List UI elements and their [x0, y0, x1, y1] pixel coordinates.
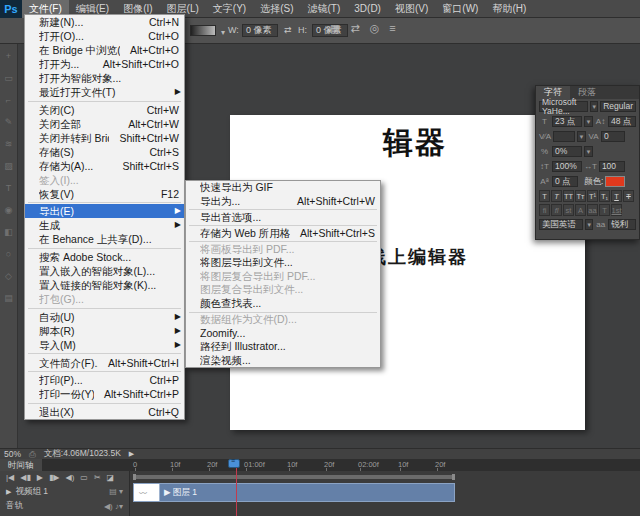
transport-button[interactable]: ◀) [66, 473, 75, 482]
export-menu-item[interactable]: 快速导出为 GIF [186, 181, 380, 195]
video-group-options-icons[interactable]: ▤ ▾ [109, 487, 123, 496]
menubar-item[interactable]: 滤镜(T) [301, 0, 348, 18]
file-menu-item[interactable]: 打开为...Alt+Shift+Ctrl+O [25, 57, 184, 71]
type-style-button[interactable]: T [539, 190, 550, 202]
leading-field[interactable]: 48 点 [608, 116, 636, 127]
tool-icon[interactable]: ▭ [4, 74, 13, 83]
transport-button[interactable]: |◀ [6, 473, 14, 482]
export-menu-item[interactable]: 存储为 Web 所用格式（旧版）...Alt+Shift+Ctrl+S [186, 227, 380, 241]
menubar-item[interactable]: 视图(V) [388, 0, 435, 18]
file-menu-item[interactable]: 搜索 Adobe Stock... [25, 250, 184, 264]
tool-icon[interactable]: ▨ [4, 162, 13, 171]
audio-track-row[interactable]: 音轨 ◀) ♪▾ [0, 500, 129, 512]
chevron-down-icon[interactable]: ▼ [584, 146, 593, 157]
chevron-down-icon[interactable]: ▼ [590, 101, 598, 112]
type-style-button[interactable]: T₁ [599, 190, 610, 202]
file-menu-item[interactable]: 退出(X)Ctrl+Q [25, 405, 184, 419]
timeline-clip[interactable]: ▶ 图层 1 [133, 483, 455, 502]
file-menu-item[interactable]: 恢复(V)F12 [25, 187, 184, 201]
transport-button[interactable]: ◀▮ [20, 473, 31, 482]
file-menu-item[interactable]: 导入(M)▶ [25, 338, 184, 352]
tool-icon[interactable]: ◇ [5, 272, 12, 281]
tool-icon[interactable]: ▤ [4, 294, 13, 303]
baseline-shift-field[interactable]: 0 点 [552, 176, 578, 187]
link-dimensions-icon[interactable]: ⇄ [284, 25, 292, 35]
file-menu-item[interactable]: 置入嵌入的智能对象(L)... [25, 264, 184, 278]
file-menu-item[interactable]: 存储(S)Ctrl+S [25, 145, 184, 159]
export-menu-item[interactable]: 导出首选项... [186, 211, 380, 225]
type-style-button[interactable]: TT [563, 190, 574, 202]
language-select[interactable]: 美国英语 [539, 219, 583, 230]
file-menu-item[interactable]: 在 Behance 上共享(D)... [25, 232, 184, 246]
chevron-down-icon[interactable]: ▼ [585, 219, 593, 230]
menubar-item[interactable]: 3D(D) [347, 0, 388, 18]
tool-icon[interactable]: ✎ [5, 118, 13, 127]
options-icon[interactable]: ▦ [330, 22, 340, 35]
export-menu-item[interactable]: 颜色查找表... [186, 297, 380, 311]
playhead-marker[interactable] [228, 459, 240, 468]
tool-icon[interactable]: ≋ [5, 140, 13, 149]
file-menu-item[interactable]: 打印(P)...Ctrl+P [25, 373, 184, 387]
export-menu-item[interactable]: 将图层导出到文件... [186, 256, 380, 270]
file-menu-item[interactable]: 关闭并转到 Bridge...Shift+Ctrl+W [25, 131, 184, 145]
options-icon[interactable]: ◎ [370, 22, 380, 35]
export-menu-item[interactable]: Zoomify... [186, 327, 380, 341]
file-menu-item[interactable]: 导出(E)▶ [25, 204, 184, 218]
width-field[interactable]: 0 像素 [242, 24, 278, 37]
transport-button[interactable]: ▶ [37, 473, 43, 482]
export-menu-item[interactable]: 路径到 Illustrator... [186, 340, 380, 354]
file-menu-item[interactable]: 关闭全部Alt+Ctrl+W [25, 117, 184, 131]
type-style-button[interactable]: T [611, 190, 622, 202]
tool-icon[interactable]: ◧ [4, 228, 13, 237]
vertical-scale-field[interactable]: 100% [552, 161, 582, 172]
file-menu-item[interactable]: 最近打开文件(T)▶ [25, 85, 184, 99]
file-menu-item[interactable]: 生成▶ [25, 218, 184, 232]
file-menu-item[interactable]: 在 Bridge 中浏览(B)...Alt+Ctrl+O [25, 43, 184, 57]
font-family-select[interactable]: Microsoft YaHe... [539, 101, 588, 112]
tool-icon[interactable]: + [6, 52, 11, 61]
tool-icon[interactable]: ○ [6, 250, 11, 259]
options-icon[interactable]: ⇄ [350, 22, 359, 35]
font-size-field[interactable]: 23 点 [552, 116, 582, 127]
file-menu-item[interactable]: 打开(O)...Ctrl+O [25, 29, 184, 43]
transport-button[interactable]: ◪ [107, 473, 115, 482]
anti-alias-select[interactable]: 锐利 [608, 219, 636, 230]
tool-icon[interactable]: ⌐ [6, 96, 11, 105]
transport-button[interactable]: ✂ [94, 473, 101, 482]
tab-timeline[interactable]: 时间轴 [0, 459, 42, 471]
disclosure-triangle-icon[interactable]: ▶ [6, 488, 11, 496]
tracking-field[interactable]: 0 [601, 131, 625, 142]
menubar-item[interactable]: 帮助(H) [485, 0, 533, 18]
tool-preset-chip[interactable]: ▾ [190, 25, 216, 36]
font-style-select[interactable]: Regular [600, 101, 636, 112]
type-style-button[interactable]: Tᴛ [575, 190, 586, 202]
file-menu-item[interactable]: 文件简介(F)...Alt+Shift+Ctrl+I [25, 356, 184, 370]
kerning-field[interactable] [553, 131, 575, 142]
tool-icon[interactable]: ◉ [5, 206, 13, 215]
file-menu-item[interactable]: 自动(U)▶ [25, 310, 184, 324]
video-group-row[interactable]: ▶ 视频组 1 ▤ ▾ [0, 483, 129, 500]
text-color-swatch[interactable] [605, 176, 625, 187]
transport-button[interactable]: ▭ [80, 473, 88, 482]
horizontal-scale-field[interactable]: 100 [599, 161, 625, 172]
proportional-spacing-field[interactable]: 0% [552, 146, 582, 157]
file-menu-item[interactable]: 脚本(R)▶ [25, 324, 184, 338]
file-menu-item[interactable]: 关闭(C)Ctrl+W [25, 103, 184, 117]
chevron-down-icon[interactable]: ▼ [584, 116, 593, 127]
menubar-item[interactable]: 选择(S) [253, 0, 300, 18]
chevron-down-icon[interactable]: ▼ [577, 131, 586, 142]
file-menu-item[interactable]: 置入链接的智能对象(K)... [25, 278, 184, 292]
audio-track-icons[interactable]: ◀) ♪▾ [104, 502, 123, 511]
menubar-item[interactable]: 文字(Y) [206, 0, 253, 18]
type-style-button[interactable]: T¹ [587, 190, 598, 202]
export-menu-item[interactable]: 导出为...Alt+Shift+Ctrl+W [186, 195, 380, 209]
options-icon[interactable]: ≡ [389, 22, 395, 35]
file-menu-item[interactable]: 打印一份(Y)Alt+Shift+Ctrl+P [25, 387, 184, 401]
export-menu-item[interactable]: 渲染视频... [186, 354, 380, 368]
status-popup-arrow-icon[interactable]: ▶ [129, 450, 134, 458]
type-style-button[interactable]: T [623, 190, 634, 202]
file-menu-item[interactable]: 存储为(A)...Shift+Ctrl+S [25, 159, 184, 173]
zoom-level[interactable]: 50% [4, 449, 21, 459]
menubar-item[interactable]: 窗口(W) [435, 0, 485, 18]
file-menu-item[interactable]: 新建(N)...Ctrl+N [25, 15, 184, 29]
